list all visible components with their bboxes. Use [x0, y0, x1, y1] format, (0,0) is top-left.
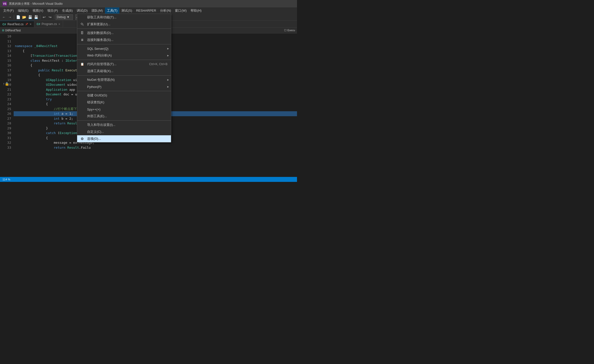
menu-item-edit[interactable]: 编辑(E) — [16, 7, 31, 14]
menu-item-label: 导入和导出设置(I)... — [87, 123, 115, 127]
menu-item-window[interactable]: 窗口(W) — [173, 7, 189, 14]
menu-item-options[interactable]: ⚙选项(O)... — [77, 135, 171, 142]
menu-item-project[interactable]: 项目(P) — [45, 7, 60, 14]
menu-item-debug[interactable]: 调试(D) — [75, 7, 90, 14]
menu-item-icon-options: ⚙ — [80, 136, 85, 141]
code-token: Result — [52, 68, 64, 72]
new-file-button[interactable]: 📄 — [15, 14, 21, 20]
menu-item-label: 连接到数据库(D)... — [87, 31, 114, 35]
menu-item-web-analysis[interactable]: Web 代码分析(A) — [77, 52, 171, 59]
menu-item-extensions[interactable]: 🔌扩展和更新(U)... — [77, 21, 171, 28]
code-token: UIDocument — [46, 83, 65, 86]
menu-separator — [77, 120, 171, 121]
menu-item-label: SQL Server(Q) — [87, 47, 108, 51]
code-token: } — [15, 126, 48, 130]
menu-item-resharper[interactable]: RESHARPER — [134, 7, 158, 14]
menu-item-label: 连接到服务器(S)... — [87, 38, 113, 42]
menu-item-label: NuGet 包管理器(N) — [87, 78, 115, 82]
code-token — [15, 131, 46, 135]
debug-mode-dropdown[interactable]: Debug ▼ — [56, 14, 73, 20]
menu-item-label: 选择工具箱项(X)... — [87, 69, 113, 73]
menu-separator — [77, 44, 171, 44]
code-token: b = 2; — [60, 117, 73, 120]
menu-separator — [77, 60, 171, 60]
menu-item-build[interactable]: 生成(B) — [60, 7, 75, 14]
debug-mode-label: Debug — [57, 15, 66, 19]
code-token: UIApplication — [46, 78, 71, 82]
menu-item-label: 外部工具(E)... — [87, 114, 107, 118]
code-token: return — [54, 121, 66, 125]
line-number: 33 — [0, 145, 11, 150]
code-token: int — [54, 112, 60, 115]
menu-item-external-tools[interactable]: 外部工具(E)... — [77, 113, 171, 120]
code-token: Document — [46, 92, 62, 96]
back-button[interactable]: ← — [1, 14, 7, 20]
tab-close-button[interactable]: ✕ — [30, 23, 32, 26]
code-token: return — [54, 146, 66, 149]
code-token — [15, 78, 46, 82]
window-title: 黑夜的骑士博客 - Microsoft Visual Studio — [9, 2, 63, 6]
menu-item-icon-connect-server: 🖥 — [80, 37, 85, 42]
menu-item-python[interactable]: Python(P) — [77, 83, 171, 90]
code-token — [15, 97, 46, 101]
line-number: 12 — [0, 44, 11, 49]
menu-item-analyze[interactable]: 分析(N) — [158, 7, 173, 14]
tab-close-button[interactable]: ✕ — [58, 23, 60, 26]
line-number: 31 — [0, 136, 11, 140]
code-token: { — [15, 136, 48, 140]
gutter-arrow-up: ↑🔒 — [3, 82, 9, 86]
line-number: 21 — [0, 87, 11, 92]
code-token: int — [54, 117, 60, 120]
menu-item-create-guid[interactable]: 创建 GUID(G) — [77, 92, 171, 99]
menu-item-snippet-mgr[interactable]: 📋代码片段管理器(T)...Ctrl+K, Ctrl+B — [77, 61, 171, 68]
line-number: 30 — [0, 131, 11, 136]
menu-item-label: 选项(O)... — [87, 137, 101, 141]
menu-item-toolbox[interactable]: 选择工具箱项(X)... — [77, 68, 171, 75]
open-file-button[interactable]: 📂 — [21, 14, 27, 20]
menu-item-get-tools[interactable]: 获取工具和功能(T)... — [77, 14, 171, 21]
forward-button[interactable]: → — [7, 14, 13, 20]
code-token — [15, 92, 46, 96]
tab-pin-icon[interactable]: 📌 — [25, 23, 28, 26]
line-number: 26 — [0, 111, 11, 116]
menu-item-label: Python(P) — [87, 85, 101, 89]
line-number: 23 — [0, 97, 11, 102]
menu-item-label: 获取工具和功能(T)... — [87, 15, 116, 20]
menu-item-customize[interactable]: 自定义(C)... — [77, 128, 171, 135]
save-all-button[interactable]: 💾 — [33, 14, 39, 20]
tab-program[interactable]: C#Program.cs✕ — [34, 21, 63, 27]
menu-item-test[interactable]: 测试(S) — [119, 7, 134, 14]
menu-separator — [77, 28, 171, 29]
menu-item-connect-db[interactable]: 🗄连接到数据库(D)... — [77, 29, 171, 36]
menu-item-help[interactable]: 帮助(H) — [189, 7, 203, 14]
menu-item-file[interactable]: 文件(F) — [1, 7, 16, 14]
undo-button[interactable]: ↩ — [41, 14, 47, 20]
code-token — [15, 88, 46, 91]
menu-item-sql-server[interactable]: SQL Server(Q) — [77, 45, 171, 52]
menu-item-icon-extensions: 🔌 — [80, 22, 85, 27]
zoom-level: 114 % — [2, 178, 10, 181]
line-number: 27 — [0, 116, 11, 121]
menu-item-team[interactable]: 团队(M) — [90, 7, 105, 14]
project-nav: ⊞ — [2, 29, 4, 32]
code-token: .Failu — [79, 146, 91, 149]
tab-label: Program.cs — [42, 22, 57, 26]
toolbar-sep-1 — [14, 15, 14, 19]
title-bar: VS 黑夜的骑士博客 - Microsoft Visual Studio — [0, 0, 297, 7]
menu-item-tools[interactable]: 工具(T) — [105, 7, 120, 14]
menu-item-connect-server[interactable]: 🖥连接到服务器(S)... — [77, 36, 171, 43]
menu-item-import-export[interactable]: 导入和导出设置(I)... — [77, 121, 171, 128]
line-number: 17 — [0, 68, 11, 73]
save-button[interactable]: 💾 — [27, 14, 33, 20]
code-token: Result — [67, 146, 79, 149]
tab-revittest[interactable]: C#RevitTest.cs📌✕ — [0, 21, 34, 27]
code-token: [ — [15, 54, 32, 57]
menu-item-view[interactable]: 视图(V) — [31, 7, 45, 14]
menu-item-error-lookup[interactable]: 错误查找(K) — [77, 99, 171, 106]
tab-cs-icon: C# — [2, 23, 6, 26]
menu-item-spy[interactable]: Spy++(+) — [77, 106, 171, 113]
code-token: try — [46, 97, 52, 101]
line-number: 28 — [0, 121, 11, 126]
redo-button[interactable]: ↪ — [47, 14, 53, 20]
menu-item-nuget[interactable]: NuGet 包管理器(N) — [77, 76, 171, 83]
